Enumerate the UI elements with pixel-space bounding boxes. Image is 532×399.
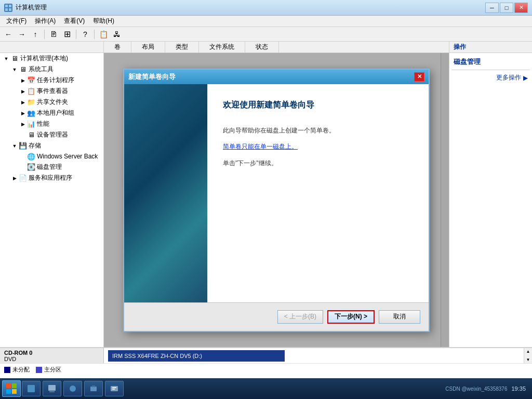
cdrom-type: DVD	[4, 356, 99, 362]
taskbar-item-2[interactable]	[43, 381, 61, 396]
legend-unallocated: 未分配	[4, 366, 30, 374]
svg-rect-0	[5, 5, 8, 7]
svg-rect-14	[111, 386, 118, 391]
col-type[interactable]: 类型	[165, 42, 199, 52]
bottom-scrollbar[interactable]: ▲ ▼	[524, 348, 532, 363]
window-close-button[interactable]: ✕	[514, 3, 528, 13]
sidebar-services-label: 服务和应用程序	[29, 174, 72, 182]
back-button[interactable]: ←	[2, 29, 15, 40]
menu-file[interactable]: 文件(F)	[2, 16, 31, 26]
cdrom-label: CD-ROM 0	[4, 350, 99, 356]
sidebar-disk-mgmt-label: 磁盘管理	[37, 163, 62, 171]
legend-row: 未分配 主分区	[0, 364, 532, 376]
sidebar-item-disk-management[interactable]: 💽 磁盘管理	[17, 162, 103, 172]
device-icon: 🖥	[27, 131, 35, 139]
wizard-desc3: 单击"下一步"继续。	[223, 158, 413, 168]
sidebar-backup-label: Windows Server Back	[37, 153, 98, 160]
wizard-back-button[interactable]: < 上一步(B)	[277, 310, 323, 324]
properties-button[interactable]: ⊞	[61, 29, 73, 40]
svg-rect-12	[90, 387, 97, 391]
cdrom-bar-text: IRM SSS X64FRE ZH-CN DV5 (D:)	[112, 353, 202, 359]
sidebar-item-device-manager[interactable]: 🖥 设备管理器	[17, 129, 103, 140]
actions-col-header: 操作	[449, 42, 532, 52]
taskbar-item-3[interactable]	[63, 381, 82, 396]
users-icon: 👥	[27, 109, 35, 117]
up-button[interactable]: ↑	[29, 29, 42, 40]
svg-rect-2	[5, 8, 8, 11]
more-actions-item[interactable]: 更多操作 ▶	[451, 72, 530, 83]
root-expand-icon: ▼	[2, 55, 10, 63]
sidebar: ▼ 🖥 计算机管理(本地) ▼ 🖥 系统工具 ▶ 📅 任务计划程序 ▶ 📋 事件…	[0, 53, 104, 347]
disk-mgmt-icon: 💽	[27, 163, 35, 171]
sidebar-item-services[interactable]: ▶ 📄 服务和应用程序	[8, 172, 103, 183]
col-filesystem[interactable]: 文件系统	[199, 42, 245, 52]
watermark-text: CSDN @weixin_45358376	[445, 386, 507, 392]
storage-icon: 💾	[19, 142, 27, 150]
event-icon: 📋	[27, 87, 35, 96]
actions-section-title: 磁盘管理	[451, 55, 530, 70]
wizard-close-button[interactable]: ✕	[414, 72, 424, 82]
wizard-footer: < 上一步(B) 下一步(N) > 取消	[124, 302, 429, 331]
wizard-desc2: 简单卷只能在单一磁盘上。	[223, 142, 413, 152]
clipboard-button[interactable]: 📋	[97, 29, 110, 40]
modal-overlay: 新建简单卷向导 ✕ 欢迎使用新建简单卷向导 此向导帮助你在磁盘上创建一个简单卷。…	[104, 53, 449, 347]
network-button[interactable]: 🖧	[111, 29, 123, 40]
main-panel: 新建简单卷向导 ✕ 欢迎使用新建简单卷向导 此向导帮助你在磁盘上创建一个简单卷。…	[104, 53, 449, 347]
sidebar-root[interactable]: ▼ 🖥 计算机管理(本地)	[0, 53, 103, 64]
legend-unallocated-box	[4, 367, 10, 373]
minimize-button[interactable]: ─	[485, 3, 499, 13]
sidebar-item-performance[interactable]: ▶ 📊 性能	[17, 118, 103, 129]
toolbar-separator-2	[76, 30, 76, 39]
sidebar-item-shared-folders[interactable]: ▶ 📁 共享文件夹	[17, 97, 103, 108]
event-expand-icon: ▶	[19, 87, 27, 96]
wizard-cancel-button[interactable]: 取消	[379, 310, 420, 324]
menu-help[interactable]: 帮助(H)	[89, 16, 118, 26]
more-actions-label: 更多操作	[496, 73, 521, 82]
taskbar-time: 19:35	[511, 385, 526, 392]
svg-rect-6	[6, 389, 11, 394]
wizard-next-button[interactable]: 下一步(N) >	[327, 310, 375, 324]
start-button[interactable]	[2, 380, 21, 397]
menu-action[interactable]: 操作(A)	[31, 16, 60, 26]
wizard-title: 新建简单卷向导	[128, 72, 176, 82]
forward-button[interactable]: →	[16, 29, 28, 40]
actions-panel: 磁盘管理 更多操作 ▶	[449, 53, 532, 347]
svg-rect-8	[28, 385, 35, 392]
col-layout[interactable]: 布局	[131, 42, 165, 52]
services-expand-icon: ▶	[10, 174, 19, 182]
sidebar-task-label: 任务计划程序	[37, 76, 74, 85]
sidebar-shared-label: 共享文件夹	[37, 98, 68, 107]
legend-unallocated-label: 未分配	[12, 366, 30, 374]
show-hide-button[interactable]: 🖹	[47, 29, 60, 40]
sidebar-perf-label: 性能	[37, 119, 49, 128]
menu-view[interactable]: 查看(V)	[60, 16, 89, 26]
help-button[interactable]: ?	[79, 29, 91, 40]
svg-point-11	[70, 385, 76, 392]
toolbar-separator-3	[94, 30, 95, 39]
backup-icon: 🌐	[27, 152, 35, 161]
sidebar-item-windows-server-backup[interactable]: 🌐 Windows Server Back	[17, 151, 103, 162]
taskbar-right: CSDN @weixin_45358376 19:35	[445, 385, 530, 392]
wizard-desc1: 此向导帮助你在磁盘上创建一个简单卷。	[223, 126, 413, 136]
shared-expand-icon: ▶	[19, 98, 27, 107]
content-area: ▼ 🖥 计算机管理(本地) ▼ 🖥 系统工具 ▶ 📅 任务计划程序 ▶ 📋 事件…	[0, 53, 532, 347]
window-title: 计算机管理	[16, 3, 47, 12]
sidebar-item-event-viewer[interactable]: ▶ 📋 事件查看器	[17, 86, 103, 97]
taskbar-item-5[interactable]	[105, 381, 124, 396]
wizard-right-panel: 欢迎使用新建简单卷向导 此向导帮助你在磁盘上创建一个简单卷。 简单卷只能在单一磁…	[207, 84, 429, 302]
sidebar-users-label: 本地用户和组	[37, 109, 74, 117]
maximize-button[interactable]: □	[500, 3, 513, 13]
column-headers: 卷 布局 类型 文件系统 状态 操作	[0, 42, 532, 53]
col-status[interactable]: 状态	[245, 42, 279, 52]
svg-rect-1	[9, 5, 11, 7]
sidebar-item-local-users[interactable]: ▶ 👥 本地用户和组	[17, 108, 103, 118]
taskbar-item-1[interactable]	[22, 381, 41, 396]
col-volume[interactable]: 卷	[104, 42, 131, 52]
root-icon: 🖥	[10, 55, 19, 63]
taskbar-item-4[interactable]	[84, 381, 103, 396]
sidebar-item-storage[interactable]: ▼ 💾 存储	[8, 140, 103, 151]
sidebar-item-system-tools[interactable]: ▼ 🖥 系统工具	[8, 64, 103, 75]
wizard-heading: 欢迎使用新建简单卷向导	[223, 100, 413, 111]
sidebar-item-task-scheduler[interactable]: ▶ 📅 任务计划程序	[17, 75, 103, 86]
svg-rect-4	[6, 383, 11, 388]
